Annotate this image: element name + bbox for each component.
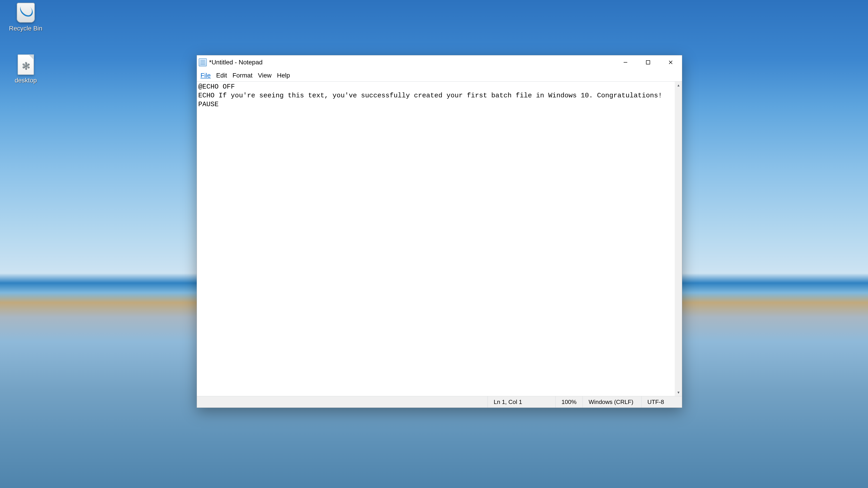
status-encoding: UTF-8 (641, 396, 682, 408)
editor-area: @ECHO OFF ECHO If you're seeing this tex… (197, 82, 682, 396)
maximize-icon (646, 60, 651, 65)
desktop-icon-recycle-bin[interactable]: Recycle Bin (5, 2, 46, 32)
notepad-window[interactable]: *Untitled - Notepad File Edit Format Vie… (197, 55, 682, 408)
menu-format[interactable]: Format (230, 70, 255, 80)
status-spacer (197, 396, 488, 408)
statusbar: Ln 1, Col 1 100% Windows (CRLF) UTF-8 (197, 396, 682, 408)
menu-file[interactable]: File (198, 70, 213, 80)
status-lineending: Windows (CRLF) (583, 396, 641, 408)
file-icon (15, 54, 37, 75)
desktop-icon-label: Recycle Bin (9, 25, 42, 32)
recycle-bin-icon (15, 2, 37, 24)
window-title: *Untitled - Notepad (209, 59, 263, 66)
status-zoom: 100% (555, 396, 583, 408)
menu-view[interactable]: View (255, 70, 274, 80)
scroll-down-icon[interactable]: ▾ (675, 389, 682, 396)
vertical-scrollbar[interactable]: ▴ ▾ (675, 82, 682, 396)
notepad-icon (199, 58, 207, 66)
svg-rect-1 (646, 61, 650, 64)
menu-edit[interactable]: Edit (213, 70, 230, 80)
desktop-icon-ini-file[interactable]: desktop (5, 54, 46, 84)
maximize-button[interactable] (637, 55, 659, 69)
minimize-button[interactable] (614, 55, 637, 69)
desktop-icon-label: desktop (15, 77, 37, 84)
menu-help[interactable]: Help (274, 70, 293, 80)
status-position: Ln 1, Col 1 (488, 396, 555, 408)
scroll-track[interactable] (675, 89, 682, 389)
menubar: File Edit Format View Help (197, 69, 682, 82)
scroll-up-icon[interactable]: ▴ (675, 82, 682, 89)
text-editor[interactable]: @ECHO OFF ECHO If you're seeing this tex… (197, 82, 675, 396)
close-icon (668, 60, 673, 65)
titlebar[interactable]: *Untitled - Notepad (197, 55, 682, 69)
minimize-icon (623, 60, 628, 65)
window-controls (614, 55, 682, 69)
close-button[interactable] (659, 55, 682, 69)
